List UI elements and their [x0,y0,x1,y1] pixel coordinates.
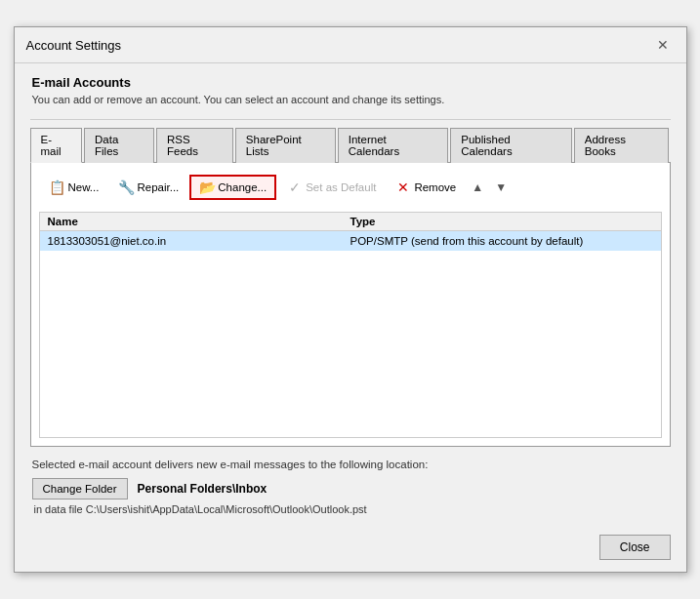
title-bar-close-button[interactable]: ✕ [651,35,675,55]
move-down-button[interactable]: ▼ [490,178,512,197]
repair-icon: 🔧 [118,180,134,195]
folder-row: Change Folder Personal Folders\Inbox [32,478,669,499]
tab-email[interactable]: E-mail [30,128,83,163]
repair-button[interactable]: 🔧 Repair... [109,176,187,199]
tab-sharepoint-lists[interactable]: SharePoint Lists [235,128,336,163]
account-row[interactable]: 1813303051@niet.co.in POP/SMTP (send fro… [40,231,661,251]
new-button-label: New... [68,181,100,193]
tab-address-books[interactable]: Address Books [574,128,669,163]
account-list: Name Type 1813303051@niet.co.in POP/SMTP… [39,212,662,438]
list-header: Name Type [40,213,661,231]
tab-published-calendars[interactable]: Published Calendars [450,128,572,163]
separator [30,119,671,120]
set-default-button[interactable]: ✓ Set as Default [278,176,385,199]
account-toolbar: 📋 New... 🔧 Repair... 📂 Change... ✓ Set a… [39,171,662,204]
tab-bar: E-mail Data Files RSS Feeds SharePoint L… [30,128,671,163]
change-folder-button[interactable]: Change Folder [32,478,128,499]
repair-button-label: Repair... [137,181,179,193]
remove-icon: ✕ [395,180,411,195]
folder-name: Personal Folders\Inbox [138,482,268,496]
col-name-header: Name [48,216,350,227]
dialog-title: Account Settings [26,38,122,53]
footer-description: Selected e-mail account delivers new e-m… [32,459,669,470]
footer-section: Selected e-mail account delivers new e-m… [30,459,671,515]
tab-internet-calendars[interactable]: Internet Calendars [338,128,448,163]
section-description: You can add or remove an account. You ca… [32,94,671,105]
account-name: 1813303051@niet.co.in [48,235,350,247]
change-icon: 📂 [199,180,215,195]
title-bar: Account Settings ✕ [15,27,686,63]
new-account-button[interactable]: 📋 New... [41,176,108,199]
default-icon: ✓ [287,180,303,195]
change-button-label: Change... [218,181,267,193]
move-up-button[interactable]: ▲ [467,178,488,197]
dialog-content: E-mail Accounts You can add or remove an… [15,63,686,527]
account-settings-dialog: Account Settings ✕ E-mail Accounts You c… [14,26,687,573]
tab-data-files[interactable]: Data Files [84,128,154,163]
set-default-button-label: Set as Default [306,181,376,193]
remove-button[interactable]: ✕ Remove [387,176,465,199]
change-button[interactable]: 📂 Change... [189,175,276,200]
section-title: E-mail Accounts [32,75,671,90]
dialog-footer: Close [15,527,686,572]
tab-rss-feeds[interactable]: RSS Feeds [156,128,233,163]
folder-path: in data file C:\Users\ishit\AppData\Loca… [34,503,669,515]
close-button[interactable]: Close [599,535,671,560]
col-type-header: Type [350,216,653,227]
new-icon: 📋 [50,180,65,195]
email-tab-content: 📋 New... 🔧 Repair... 📂 Change... ✓ Set a… [30,163,671,447]
remove-button-label: Remove [414,181,456,193]
account-type: POP/SMTP (send from this account by defa… [350,235,653,247]
